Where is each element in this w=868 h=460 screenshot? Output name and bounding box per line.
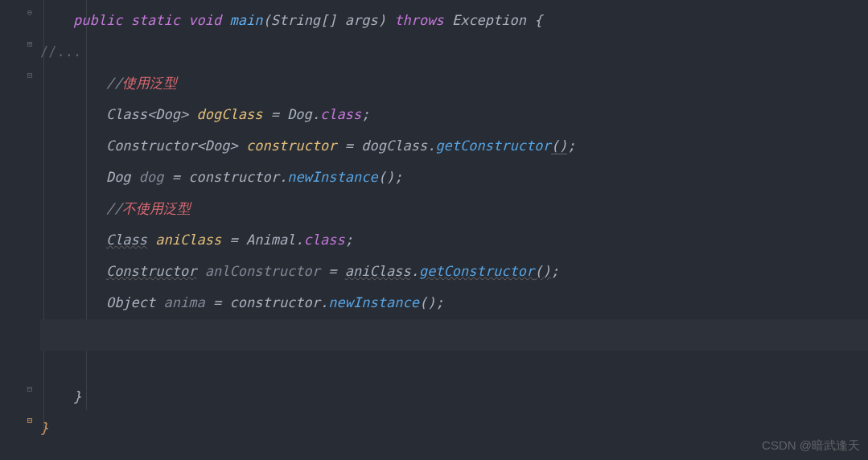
equals: =	[320, 263, 345, 279]
equals: =	[337, 138, 362, 154]
code-line[interactable]: //不使用泛型	[40, 193, 868, 224]
variable: dogClass	[197, 106, 263, 122]
indent	[40, 12, 73, 28]
equals: =	[262, 106, 287, 122]
code-line[interactable]: }	[40, 381, 868, 413]
dot: .	[320, 294, 328, 310]
type-dog: Dog	[287, 106, 312, 122]
fold-end-icon[interactable]: ⊟	[24, 384, 35, 395]
variable: anlConstructor	[205, 263, 320, 279]
dot: .	[411, 263, 419, 279]
indent	[40, 200, 106, 216]
dot: .	[312, 106, 320, 122]
indent	[40, 263, 106, 279]
dot: .	[427, 138, 435, 154]
generic: <Dog>	[196, 138, 237, 154]
equals: =	[164, 169, 189, 185]
method-call: newInstance	[328, 294, 419, 310]
indent	[40, 106, 106, 122]
type-object: Object	[106, 294, 155, 310]
type-dog: Dog	[106, 169, 131, 185]
keyword-throws: throws	[394, 12, 443, 28]
type-constructor: Constructor	[106, 263, 197, 279]
type-class: Class	[106, 232, 147, 248]
keyword-public: public	[73, 12, 122, 28]
indent	[40, 232, 106, 248]
method-main: main	[230, 12, 263, 28]
generic: <Dog>	[147, 106, 188, 122]
brace: {	[526, 12, 542, 28]
dot: .	[295, 232, 303, 248]
indent	[40, 169, 106, 185]
code-line[interactable]: Class<Dog> dogClass = Dog.class;	[40, 99, 868, 130]
variable: aniClass	[155, 232, 221, 248]
indent	[40, 138, 106, 154]
variable: anima	[164, 294, 205, 310]
type-exception: Exception	[452, 12, 526, 28]
fold-placeholder[interactable]: //...	[40, 43, 81, 60]
comment-slashes: //	[106, 75, 122, 91]
code-line-empty[interactable]	[40, 318, 868, 350]
semicolon: ;	[435, 294, 443, 310]
indent	[40, 294, 106, 310]
fold-expand-icon[interactable]: ⊞	[24, 39, 35, 50]
parens: ()	[551, 138, 567, 154]
method-call: getConstructor	[435, 138, 550, 154]
indent	[40, 75, 106, 91]
object-ref: aniClass	[345, 263, 411, 279]
fold-end-icon[interactable]: ⊟	[24, 415, 35, 426]
object-ref: dogClass	[361, 138, 427, 154]
variable: dog	[139, 169, 164, 185]
fold-area: ⊖ ⊞ ⊟ ⊟ ⊟	[24, 0, 40, 460]
parens: ()	[534, 263, 550, 279]
variable: constructor	[246, 138, 337, 154]
type-animal: Animal	[246, 232, 295, 248]
params: (String[] args)	[262, 12, 386, 28]
comment-text: 不使用泛型	[122, 200, 191, 216]
gutter: ⊖ ⊞ ⊟ ⊟ ⊟	[0, 0, 40, 460]
keyword-void: void	[188, 12, 221, 28]
code-editor[interactable]: ⊖ ⊞ ⊟ ⊟ ⊟ public static void main(String…	[0, 0, 868, 460]
code-line[interactable]: Constructor anlConstructor = aniClass.ge…	[40, 256, 868, 287]
semicolon: ;	[567, 138, 575, 154]
comment-text: 使用泛型	[122, 75, 177, 91]
field-class: class	[320, 106, 361, 122]
watermark: CSDN @暗武逢天	[762, 438, 860, 454]
code-line-folded[interactable]: //...	[40, 36, 868, 68]
parens: ()	[419, 294, 435, 310]
dot: .	[279, 169, 287, 185]
code-line-empty[interactable]	[40, 350, 868, 381]
semicolon: ;	[361, 106, 369, 122]
code-line[interactable]: Dog dog = constructor.newInstance();	[40, 162, 868, 193]
comment-slashes: //	[106, 200, 122, 216]
type-class: Class	[106, 106, 147, 122]
code-line[interactable]: }	[40, 413, 868, 444]
code-line[interactable]: Class aniClass = Animal.class;	[40, 224, 868, 256]
object-ref: constructor	[188, 169, 279, 185]
semicolon: ;	[551, 263, 559, 279]
equals: =	[205, 294, 230, 310]
equals: =	[221, 232, 246, 248]
type-constructor: Constructor	[106, 138, 197, 154]
semicolon: ;	[345, 232, 353, 248]
keyword-static: static	[131, 12, 180, 28]
code-area[interactable]: public static void main(String[] args) t…	[40, 0, 868, 460]
code-line[interactable]: public static void main(String[] args) t…	[40, 5, 868, 36]
fold-end-icon[interactable]: ⊟	[24, 70, 35, 81]
indent	[40, 388, 73, 405]
parens: ()	[378, 169, 394, 185]
semicolon: ;	[394, 169, 402, 185]
code-line[interactable]: //使用泛型	[40, 68, 868, 99]
method-call: getConstructor	[419, 263, 534, 279]
object-ref: constructor	[229, 294, 320, 310]
method-call: newInstance	[287, 169, 378, 185]
brace-close: }	[40, 420, 48, 436]
field-class: class	[304, 232, 345, 248]
code-line[interactable]: Object anima = constructor.newInstance()…	[40, 287, 868, 318]
code-line[interactable]: Constructor<Dog> constructor = dogClass.…	[40, 130, 868, 162]
brace-close: }	[73, 388, 81, 405]
fold-collapse-icon[interactable]: ⊖	[24, 7, 35, 18]
